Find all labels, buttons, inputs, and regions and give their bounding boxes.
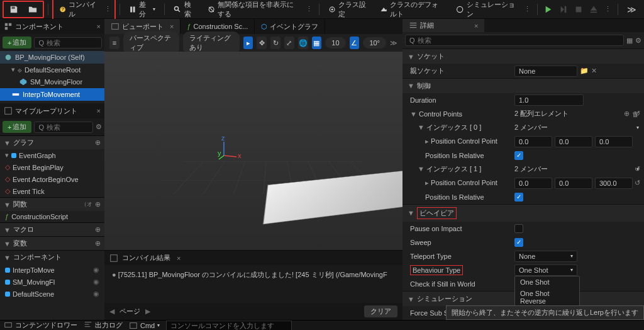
checkbox[interactable]: ✓: [514, 193, 523, 202]
toolbar-more-2[interactable]: ⋮: [521, 5, 533, 13]
pos-ctrl-0[interactable]: ▸ Position Control Point: [408, 137, 514, 145]
visibility-icon[interactable]: ◉: [93, 266, 99, 274]
components-tab[interactable]: コンポーネント ×: [0, 19, 104, 34]
close-icon[interactable]: ×: [177, 254, 180, 262]
tab-details[interactable]: 詳細×: [402, 19, 484, 32]
tree-item[interactable]: ▾⟐DefaultSceneRoot: [0, 64, 104, 76]
add-icon[interactable]: ⊕: [95, 225, 101, 234]
close-icon[interactable]: ×: [474, 22, 478, 30]
add-icon[interactable]: ⊕: [95, 239, 101, 248]
scale-tool[interactable]: ⤢: [284, 37, 294, 49]
event-item[interactable]: ◇Event Tick: [0, 185, 104, 197]
compile-options[interactable]: ⋮: [102, 5, 114, 13]
details-search[interactable]: Q: [405, 35, 624, 46]
clear-button[interactable]: クリア: [364, 305, 397, 317]
myblueprint-tab[interactable]: マイブループリント ×: [0, 103, 104, 118]
settings-icon[interactable]: ⚙: [96, 123, 102, 131]
control-points-label[interactable]: ▼ Control Points: [408, 110, 514, 118]
add-icon[interactable]: ⊕: [95, 200, 101, 208]
viewport-3d[interactable]: x y z: [104, 52, 402, 250]
page-prev[interactable]: ◀: [109, 307, 114, 316]
variable-item[interactable]: DefaultScene◉: [0, 288, 104, 300]
grid-size[interactable]: 10: [325, 37, 345, 48]
find-button[interactable]: 検索: [169, 0, 201, 21]
select-tool[interactable]: ▸: [243, 37, 253, 49]
variable-item[interactable]: SM_MovingFl◉: [0, 276, 104, 288]
perspective-dropdown[interactable]: パースペクティブ: [123, 31, 179, 54]
simulation-button[interactable]: シミュレーション: [451, 0, 520, 21]
dropdown-option[interactable]: One Shot: [515, 276, 579, 288]
add-bp-button[interactable]: + 追加: [3, 121, 31, 133]
event-item[interactable]: ◇Event ActorBeginOve: [0, 173, 104, 185]
visibility-icon[interactable]: ◉: [93, 290, 99, 298]
y-input[interactable]: 0.0: [555, 178, 592, 189]
checkbox[interactable]: [514, 224, 523, 233]
event-item[interactable]: ◇Event BeginPlay: [0, 161, 104, 173]
skip-button[interactable]: [557, 3, 570, 16]
lighting-dropdown[interactable]: ライティングあり: [183, 31, 239, 54]
reset-icon[interactable]: ↺: [635, 165, 640, 173]
close-icon[interactable]: ×: [170, 23, 174, 30]
eject-button[interactable]: [587, 3, 601, 16]
pos-ctrl-1[interactable]: ▸ Position Control Point: [408, 179, 514, 187]
browse-button[interactable]: [23, 3, 42, 16]
section-control[interactable]: ▼制御: [402, 78, 644, 93]
checkbox[interactable]: ✓: [514, 238, 523, 247]
component-search[interactable]: Q: [34, 37, 102, 48]
close-icon[interactable]: ×: [97, 107, 101, 115]
x-input[interactable]: 0.0: [514, 178, 552, 189]
reset-icon[interactable]: ↺: [635, 110, 640, 118]
play-button[interactable]: [541, 3, 555, 16]
add-icon[interactable]: ⊕: [95, 139, 101, 147]
add-component-button[interactable]: + 追加: [3, 37, 31, 48]
index-1[interactable]: ▼ インデックス [ 1 ]: [408, 164, 514, 174]
settings-icon[interactable]: ⚙: [635, 37, 641, 45]
teleport-type-dropdown[interactable]: None▾: [514, 251, 577, 262]
section-socket[interactable]: ▼ソケット: [402, 48, 644, 64]
variable-item[interactable]: InterpToMove◉: [0, 264, 104, 276]
browse-icon[interactable]: 📁: [580, 67, 589, 75]
graph-section[interactable]: ▼グラフ⊕: [0, 135, 104, 149]
play-options[interactable]: ⋮: [602, 5, 614, 13]
angle-snap[interactable]: ∠: [350, 37, 360, 49]
y-input[interactable]: 0.0: [555, 136, 592, 147]
dropdown-option[interactable]: One Shot Reverse: [515, 288, 579, 307]
content-drawer-button[interactable]: コンテンツドロワー: [4, 321, 77, 330]
hide-unrelated-button[interactable]: 無関係な項目を非表示にする: [203, 0, 302, 21]
tree-item[interactable]: SM_MovingFloor: [0, 76, 104, 88]
behaviour-type-dropdown[interactable]: One Shot▾: [514, 265, 577, 276]
compile-button[interactable]: ? コンパイル: [54, 0, 102, 21]
variables-section[interactable]: ▼変数⊕: [0, 236, 104, 250]
stop-button[interactable]: [572, 3, 586, 16]
filter-icon[interactable]: ▦: [626, 37, 633, 45]
tree-root[interactable]: BP_MovingFloor (Self): [0, 51, 104, 64]
class-defaults-button[interactable]: クラスのデフォルト: [375, 0, 450, 21]
toolbar-more-1[interactable]: ⋮: [303, 5, 315, 13]
page-next[interactable]: ▶: [145, 307, 150, 316]
reset-icon[interactable]: ↺: [635, 179, 640, 187]
section-behaviour[interactable]: ▼ビヘイビア: [402, 204, 644, 222]
close-icon[interactable]: ×: [97, 23, 101, 30]
x-input[interactable]: 0.0: [514, 136, 552, 147]
add-element-icon[interactable]: ⊕: [624, 110, 630, 118]
class-settings-button[interactable]: クラス設定: [323, 0, 374, 21]
components-vars-section[interactable]: ▼コンポーネント: [0, 250, 104, 264]
viewport-overflow[interactable]: ≫: [390, 39, 397, 47]
index-0[interactable]: ▼ インデックス [ 0 ]: [408, 123, 514, 132]
compile-results-tab[interactable]: コンパイル結果 ×: [104, 251, 402, 265]
clear-icon[interactable]: ✕: [591, 67, 597, 75]
z-input[interactable]: 300.0: [595, 178, 633, 189]
visibility-icon[interactable]: ◉: [93, 278, 99, 286]
viewport-options[interactable]: ≡: [109, 37, 119, 49]
save-button[interactable]: [4, 3, 23, 16]
diff-button[interactable]: 差分▾: [124, 0, 160, 21]
output-log-button[interactable]: 出力ログ: [84, 321, 123, 330]
grid-snap[interactable]: ▦: [312, 37, 322, 49]
macros-section[interactable]: ▼マクロ⊕: [0, 222, 104, 236]
z-input[interactable]: 0.0: [595, 136, 633, 147]
duration-input[interactable]: 1.0: [514, 94, 584, 106]
angle-size[interactable]: 10°: [363, 37, 386, 48]
functions-section[interactable]: ▼関数（オ⊕: [0, 197, 104, 211]
console-input[interactable]: [166, 321, 292, 331]
event-graph-item[interactable]: ▾EventGraph: [0, 149, 104, 161]
